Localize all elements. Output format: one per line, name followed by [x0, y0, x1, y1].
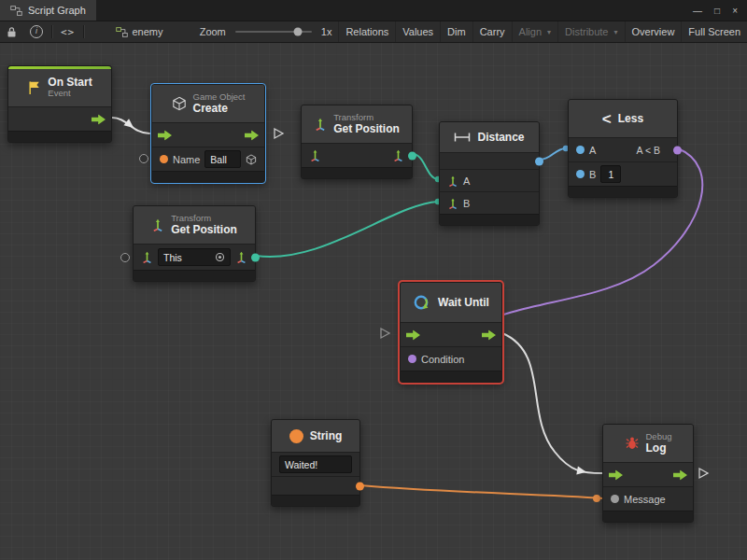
graph-target-name: enemy	[132, 26, 162, 37]
node-header: Wait Until	[401, 283, 501, 322]
overview-button[interactable]: Overview	[625, 21, 682, 42]
transform-axes-icon	[314, 118, 327, 131]
name-field[interactable]: Ball	[204, 150, 241, 168]
node-title: Distance	[477, 131, 524, 144]
dim-button[interactable]: Dim	[440, 21, 472, 42]
flow-in-port[interactable]	[406, 329, 420, 340]
wire-string-to-message[interactable]	[360, 485, 603, 498]
node-get-position-a[interactable]: Transform Get Position	[301, 105, 413, 179]
graph-canvas[interactable]: On Start Event Game Object Create	[0, 43, 747, 560]
unconnected-port[interactable]	[120, 253, 130, 262]
node-wait-until[interactable]: Wait Until Condition	[400, 282, 502, 383]
toolbar-divider	[51, 25, 52, 38]
node-footer	[152, 171, 264, 182]
message-row: Message	[603, 486, 693, 511]
zoom-slider[interactable]	[235, 31, 312, 33]
vector3-output-icon[interactable]	[392, 149, 404, 161]
node-get-position-b[interactable]: Transform Get Position This	[133, 205, 256, 282]
object-picker-icon[interactable]	[246, 154, 257, 165]
position-out-port[interactable]	[251, 253, 260, 261]
fullscreen-button[interactable]: Full Screen	[681, 21, 747, 42]
node-create[interactable]: Game Object Create Name Ball	[151, 84, 265, 183]
node-debug-log[interactable]: Debug Log Message	[602, 424, 694, 523]
values-button[interactable]: Values	[395, 21, 440, 42]
output-row	[440, 152, 539, 169]
flow-in-port[interactable]	[609, 469, 623, 480]
script-graph-icon	[10, 6, 22, 16]
condition-port[interactable]	[408, 355, 416, 363]
b-value-field[interactable]: 1	[600, 165, 621, 183]
vector3-input-icon[interactable]	[447, 198, 458, 209]
vector3-output-icon[interactable]	[235, 251, 247, 263]
wire-distance-to-less-a[interactable]	[540, 148, 566, 160]
maximize-button[interactable]: □	[714, 6, 720, 16]
node-footer	[272, 495, 359, 506]
node-footer	[603, 511, 693, 522]
target-field[interactable]: This	[158, 248, 231, 266]
distance-ruler-icon	[454, 132, 471, 143]
input-b-row: B	[440, 191, 539, 214]
align-dropdown[interactable]: Align▾	[512, 21, 557, 42]
info-button[interactable]: i	[23, 21, 49, 42]
message-port[interactable]	[611, 495, 619, 503]
flow-out-port[interactable]	[245, 130, 259, 140]
port-label: B	[463, 198, 470, 209]
node-less[interactable]: < Less A A < B B 1	[568, 99, 678, 198]
minimize-button[interactable]: —	[693, 6, 702, 16]
port-label: Message	[624, 494, 666, 505]
result-out-port[interactable]	[673, 146, 682, 154]
close-button[interactable]: ×	[732, 6, 738, 16]
inspect-code-button[interactable]: <>	[54, 21, 81, 42]
node-header: Distance	[440, 122, 539, 152]
titlebar: Script Graph — □ ×	[0, 0, 747, 21]
graph-target-breadcrumb[interactable]: enemy	[109, 21, 169, 42]
flow-in-port[interactable]	[158, 130, 172, 140]
wait-clock-icon	[413, 293, 431, 312]
wire-flow-onstart-to-create[interactable]	[112, 118, 149, 133]
vector3-input-icon[interactable]	[447, 175, 458, 187]
condition-row: Condition	[401, 346, 501, 371]
name-port[interactable]	[160, 155, 168, 163]
node-category: Transform	[333, 113, 400, 123]
tab-script-graph[interactable]: Script Graph	[0, 0, 96, 21]
ports-row	[603, 462, 693, 486]
string-icon	[289, 429, 303, 443]
node-category: Transform	[171, 214, 237, 224]
node-header: Transform Get Position	[302, 105, 412, 143]
wire-position-a-to-distance-a[interactable]	[413, 154, 438, 179]
distance-out-port[interactable]	[535, 157, 543, 165]
tab-title: Script Graph	[28, 5, 86, 16]
output-row	[272, 476, 359, 495]
relations-button[interactable]: Relations	[338, 21, 395, 42]
a-port[interactable]	[576, 146, 585, 154]
node-string[interactable]: String Waited!	[271, 419, 360, 507]
flow-out-port[interactable]	[673, 469, 687, 480]
target-picker-icon[interactable]	[215, 252, 225, 262]
flow-out-port[interactable]	[92, 114, 106, 124]
node-category: Debug	[646, 432, 672, 442]
distribute-dropdown[interactable]: Distribute▾	[557, 21, 624, 42]
zoom-slider-handle[interactable]	[294, 28, 303, 36]
node-distance[interactable]: Distance A B	[439, 121, 540, 226]
node-category: Game Object	[193, 92, 246, 103]
unity-script-graph-window: Script Graph — □ × i <> enemy Zoom	[0, 0, 747, 560]
ghost-flow-triangle	[381, 329, 389, 338]
node-on-start[interactable]: On Start Event	[7, 65, 112, 143]
wire-position-b-to-distance-b[interactable]	[256, 202, 438, 257]
string-value-field[interactable]: Waited!	[279, 455, 352, 473]
position-out-port[interactable]	[408, 151, 416, 160]
flow-out-port[interactable]	[482, 329, 496, 340]
string-out-port[interactable]	[356, 482, 364, 490]
ports-row	[152, 122, 264, 147]
unconnected-port[interactable]	[139, 154, 148, 163]
carry-button[interactable]: Carry	[472, 21, 512, 42]
code-icon: <>	[61, 26, 75, 38]
b-port[interactable]	[576, 170, 585, 178]
lock-button[interactable]	[0, 21, 23, 42]
ghost-flow-triangle	[275, 129, 283, 138]
wire-flow-wait-to-log[interactable]	[502, 333, 602, 473]
input-b-row: B 1	[569, 161, 677, 186]
transform-input-icon[interactable]	[141, 251, 153, 263]
transform-input-icon[interactable]	[309, 149, 321, 161]
port-label: Condition	[421, 354, 464, 365]
